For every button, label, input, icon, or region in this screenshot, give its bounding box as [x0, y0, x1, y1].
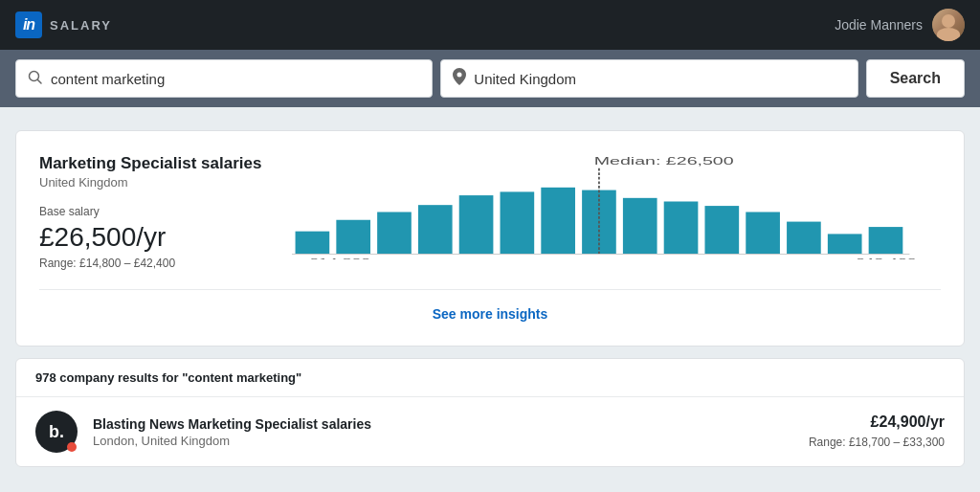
linkedin-logo: in: [15, 11, 42, 38]
svg-text:Median: £26,500: Median: £26,500: [594, 156, 734, 167]
location-input-wrapper: [440, 59, 858, 98]
salary-title: Marketing Specialist salaries: [39, 154, 261, 173]
salary-info: Marketing Specialist salaries United Kin…: [39, 154, 261, 270]
svg-rect-16: [746, 212, 781, 255]
results-count-text: 978 company results for "content marketi…: [35, 370, 301, 385]
svg-rect-15: [705, 206, 740, 254]
company-name: Blasting News Marketing Specialist salar…: [93, 416, 793, 432]
svg-rect-6: [378, 212, 412, 255]
salary-card: Marketing Specialist salaries United Kin…: [15, 130, 965, 347]
location-icon: [453, 68, 466, 89]
results-header: 978 company results for "content marketi…: [16, 359, 964, 397]
svg-rect-14: [664, 202, 699, 255]
svg-rect-7: [418, 205, 453, 254]
see-more-insights-link[interactable]: See more insights: [433, 306, 548, 322]
base-salary-label: Base salary: [39, 205, 261, 218]
salary-range: Range: £14,800 – £42,400: [39, 257, 261, 270]
company-logo-dot: [67, 442, 77, 452]
company-logo-letter: b.: [49, 422, 64, 442]
header-logo-area: in SALARY: [15, 11, 112, 38]
query-input[interactable]: [51, 71, 420, 87]
svg-rect-9: [501, 191, 535, 254]
svg-rect-5: [337, 220, 371, 255]
company-info: Blasting News Marketing Specialist salar…: [93, 416, 793, 448]
salary-location: United Kingdom: [39, 175, 261, 190]
salary-chart: Median: £26,500: [292, 154, 941, 259]
salary-label: SALARY: [50, 18, 112, 33]
svg-rect-19: [869, 227, 903, 254]
svg-text:£14,800: £14,800: [309, 257, 371, 259]
main-content: Marketing Specialist salaries United Kin…: [0, 107, 980, 490]
svg-rect-13: [623, 198, 657, 255]
chart-svg: Median: £26,500: [292, 154, 941, 259]
svg-rect-17: [788, 222, 822, 255]
user-name: Jodie Manners: [835, 17, 923, 33]
company-location: London, United Kingdom: [93, 434, 793, 448]
svg-rect-8: [459, 195, 494, 254]
svg-point-2: [457, 73, 462, 78]
results-query: "content marketing": [182, 370, 301, 385]
location-input[interactable]: [474, 71, 845, 87]
company-salary-range: Range: £18,700 – £33,300: [809, 436, 945, 449]
see-more-section: See more insights: [39, 289, 941, 323]
query-input-wrapper: [15, 59, 433, 98]
company-salary: £24,900/yr Range: £18,700 – £33,300: [809, 414, 945, 450]
avatar[interactable]: [932, 9, 965, 41]
avatar-image: [932, 9, 965, 41]
svg-line-1: [38, 79, 42, 83]
search-bar: Search: [0, 50, 980, 107]
company-logo: b.: [35, 411, 78, 453]
company-salary-amount: £24,900/yr: [809, 414, 945, 431]
search-button[interactable]: Search: [866, 59, 965, 98]
svg-rect-18: [828, 234, 862, 254]
svg-rect-4: [296, 232, 330, 255]
header-user-area: Jodie Manners: [835, 9, 965, 41]
salary-amount: £26,500/yr: [39, 222, 261, 253]
header: in SALARY Jodie Manners: [0, 0, 980, 50]
svg-text:£42,400: £42,400: [856, 257, 918, 259]
svg-rect-10: [542, 188, 576, 255]
search-icon: [28, 70, 43, 88]
salary-card-body: Marketing Specialist salaries United Kin…: [39, 154, 941, 270]
company-result[interactable]: b. Blasting News Marketing Specialist sa…: [16, 397, 964, 466]
results-card: 978 company results for "content marketi…: [15, 358, 965, 467]
